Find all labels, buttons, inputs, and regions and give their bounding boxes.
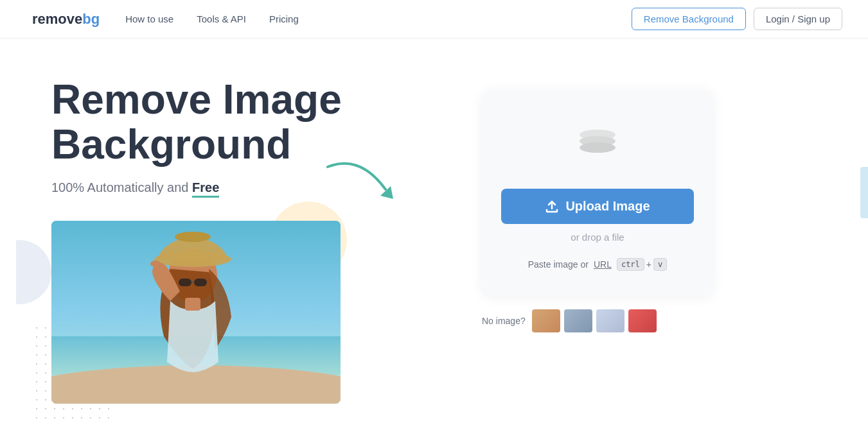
svg-rect-10 [179,279,191,286]
nav-tools-api[interactable]: Tools & API [197,13,246,24]
remove-background-button[interactable]: Remove Background [632,8,746,30]
photo-bg [51,221,341,404]
right-strip-decoration [860,167,868,218]
upload-button-label: Upload Image [565,199,650,214]
svg-point-13 [150,261,161,267]
upload-card: Upload Image or drop a file Paste image … [482,90,713,296]
url-link[interactable]: URL [594,259,612,270]
sample-images-row: No image? [482,309,713,332]
navbar: removebg How to use Tools & API Pricing … [0,0,868,39]
demo-photo [51,221,341,404]
upload-image-button[interactable]: Upload Image [501,189,694,224]
sample-thumb-3[interactable] [596,309,624,332]
keyboard-shortcut: ctrl + v [617,258,667,271]
paste-prefix-text: Paste image or [528,259,589,270]
layers-icon [575,122,620,167]
svg-marker-15 [380,186,393,199]
svg-rect-11 [194,279,207,286]
sample-thumb-2[interactable] [564,309,592,332]
main-content: Remove Image Background 100% Automatical… [0,39,868,421]
v-key: v [653,258,667,271]
paste-row: Paste image or URL ctrl + v [528,258,668,271]
right-section: Upload Image or drop a file Paste image … [475,90,720,332]
or-drop-label: or drop a file [571,232,624,243]
arrow-indicator [321,154,398,208]
ctrl-key: ctrl [617,258,644,271]
demo-image-container [51,221,341,407]
nav-actions: Remove Background Login / Sign up [632,8,842,30]
svg-rect-14 [185,298,200,311]
logo[interactable]: removebg [26,11,100,28]
nav-pricing[interactable]: Pricing [269,13,299,24]
sample-thumb-1[interactable] [532,309,560,332]
sample-thumb-4[interactable] [628,309,657,332]
deco-half-circle [16,240,51,304]
layers-icon-area [575,122,620,169]
upload-icon [545,200,559,214]
plus-separator: + [646,259,651,270]
no-image-label: No image? [482,316,526,326]
sample-thumbnails [532,309,657,332]
nav-how-to-use[interactable]: How to use [125,13,173,24]
left-section: Remove Image Background 100% Automatical… [51,77,437,407]
logo-text: removebg [32,11,100,28]
login-signup-button[interactable]: Login / Sign up [754,8,842,30]
svg-point-9 [175,232,211,242]
svg-point-18 [580,142,616,153]
